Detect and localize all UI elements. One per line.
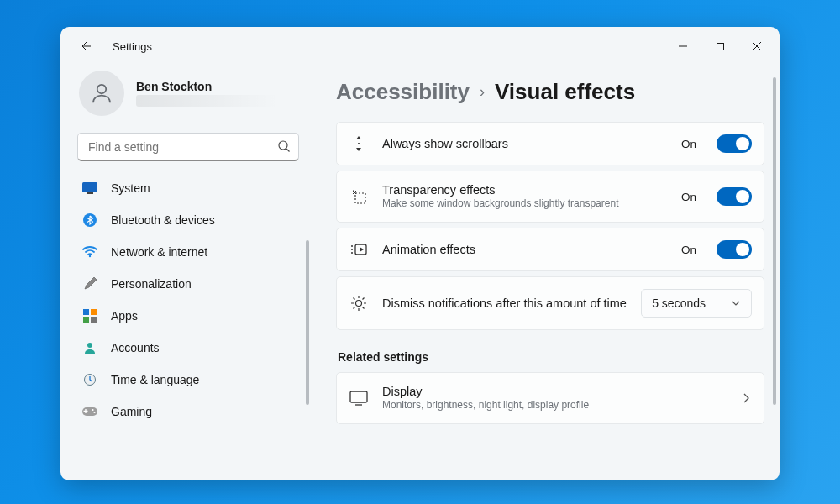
bluetooth-icon bbox=[82, 213, 97, 228]
nav-label: Personalization bbox=[111, 277, 192, 291]
nav-item-time-language[interactable]: Time & language bbox=[74, 365, 302, 395]
related-subtitle: Monitors, brightness, night light, displ… bbox=[382, 398, 727, 412]
nav-item-gaming[interactable]: Gaming bbox=[74, 396, 302, 427]
search-input[interactable] bbox=[77, 133, 299, 161]
close-icon bbox=[752, 41, 762, 51]
nav-label: System bbox=[111, 181, 150, 195]
svg-point-19 bbox=[356, 301, 362, 307]
toggle-state: On bbox=[681, 191, 696, 203]
nav-item-accounts[interactable]: Accounts bbox=[74, 333, 302, 363]
toggle-state: On bbox=[681, 244, 696, 256]
back-button[interactable] bbox=[74, 34, 97, 58]
breadcrumb-parent[interactable]: Accessibility bbox=[336, 79, 470, 105]
avatar bbox=[79, 71, 124, 116]
main-scrollbar[interactable] bbox=[773, 77, 776, 405]
setting-scrollbars: Always show scrollbars On bbox=[336, 122, 764, 165]
page-title: Visual effects bbox=[495, 79, 635, 105]
chevron-down-icon bbox=[731, 298, 741, 308]
nav-label: Network & internet bbox=[111, 245, 207, 259]
setting-title: Animation effects bbox=[382, 243, 668, 256]
chevron-right-icon bbox=[740, 392, 752, 404]
svg-rect-20 bbox=[350, 391, 367, 402]
nav-label: Bluetooth & devices bbox=[111, 213, 215, 227]
brush-icon bbox=[82, 276, 97, 291]
user-email-redacted bbox=[136, 95, 279, 107]
search-icon bbox=[277, 139, 291, 156]
arrow-left-icon bbox=[79, 39, 92, 53]
user-name: Ben Stockton bbox=[136, 80, 279, 93]
setting-subtitle: Make some window backgrounds slightly tr… bbox=[382, 197, 668, 210]
breadcrumb: Accessibility › Visual effects bbox=[336, 79, 764, 105]
nav-label: Time & language bbox=[111, 373, 199, 386]
apps-icon bbox=[82, 308, 97, 323]
setting-title: Dismiss notifications after this amount … bbox=[382, 297, 627, 310]
brightness-icon bbox=[349, 295, 369, 312]
nav-item-network[interactable]: Network & internet bbox=[74, 237, 302, 267]
scrollbar-icon bbox=[349, 135, 369, 152]
svg-point-11 bbox=[87, 343, 92, 348]
nav-label: Gaming bbox=[111, 405, 152, 418]
settings-window: Settings Ben Stockton bbox=[60, 27, 780, 480]
nav-item-bluetooth[interactable]: Bluetooth & devices bbox=[74, 205, 302, 235]
person-icon bbox=[89, 81, 114, 106]
setting-animation: Animation effects On bbox=[336, 228, 764, 271]
nav-item-apps[interactable]: Apps bbox=[74, 301, 302, 331]
svg-rect-10 bbox=[91, 317, 97, 323]
toggle-scrollbars[interactable] bbox=[717, 134, 752, 153]
svg-rect-0 bbox=[717, 43, 723, 50]
svg-point-14 bbox=[92, 409, 93, 411]
search-box[interactable] bbox=[77, 133, 299, 161]
titlebar: Settings bbox=[60, 27, 780, 66]
svg-rect-8 bbox=[91, 309, 97, 315]
clock-icon bbox=[82, 372, 97, 387]
setting-title: Transparency effects bbox=[382, 183, 668, 197]
related-heading: Related settings bbox=[338, 350, 764, 364]
animation-icon bbox=[349, 243, 369, 256]
dismiss-time-dropdown[interactable]: 5 seconds bbox=[641, 289, 752, 318]
svg-rect-4 bbox=[87, 192, 93, 194]
nav-item-personalization[interactable]: Personalization bbox=[74, 269, 302, 299]
minimize-button[interactable] bbox=[667, 34, 699, 59]
related-title: Display bbox=[382, 385, 727, 398]
setting-title: Always show scrollbars bbox=[382, 137, 668, 150]
close-button[interactable] bbox=[741, 34, 773, 59]
nav-label: Apps bbox=[111, 309, 138, 323]
related-display[interactable]: Display Monitors, brightness, night ligh… bbox=[336, 372, 764, 424]
dropdown-value: 5 seconds bbox=[652, 297, 706, 310]
svg-point-15 bbox=[93, 412, 95, 413]
nav-list: System Bluetooth & devices Network & int… bbox=[74, 173, 302, 470]
svg-rect-17 bbox=[355, 193, 365, 203]
svg-rect-7 bbox=[83, 309, 89, 315]
wifi-icon bbox=[82, 244, 97, 260]
minimize-icon bbox=[678, 41, 688, 51]
accounts-icon bbox=[82, 340, 97, 355]
system-icon bbox=[82, 181, 97, 196]
transparency-icon bbox=[349, 188, 369, 205]
sidebar-scrollbar[interactable] bbox=[306, 240, 309, 405]
nav-label: Accounts bbox=[111, 341, 160, 354]
nav-item-system[interactable]: System bbox=[74, 173, 302, 203]
user-profile[interactable]: Ben Stockton bbox=[74, 66, 302, 128]
sidebar: Ben Stockton System Bluetooth & devices bbox=[60, 66, 312, 480]
toggle-animation[interactable] bbox=[717, 240, 752, 259]
main-content: Accessibility › Visual effects Always sh… bbox=[312, 66, 780, 480]
svg-point-16 bbox=[358, 143, 360, 144]
toggle-transparency[interactable] bbox=[717, 187, 752, 206]
maximize-icon bbox=[716, 42, 725, 51]
maximize-button[interactable] bbox=[704, 34, 736, 59]
svg-point-2 bbox=[279, 141, 287, 150]
setting-dismiss-notifications: Dismiss notifications after this amount … bbox=[336, 276, 764, 330]
svg-point-1 bbox=[97, 85, 107, 94]
chevron-right-icon: › bbox=[480, 83, 485, 101]
display-icon bbox=[349, 391, 369, 406]
gaming-icon bbox=[82, 404, 97, 419]
toggle-state: On bbox=[681, 138, 696, 150]
svg-rect-9 bbox=[83, 317, 89, 323]
window-title: Settings bbox=[113, 40, 152, 53]
svg-point-6 bbox=[89, 255, 91, 257]
setting-transparency: Transparency effects Make some window ba… bbox=[336, 171, 764, 223]
svg-rect-3 bbox=[82, 182, 97, 192]
